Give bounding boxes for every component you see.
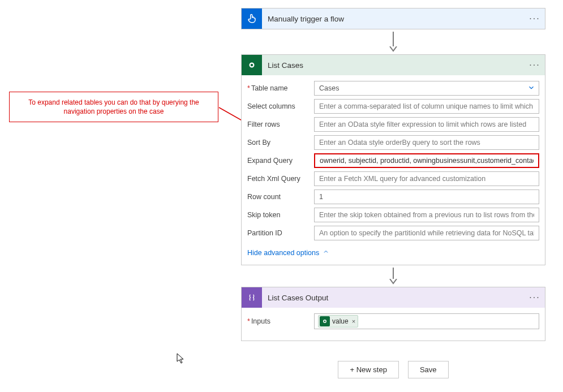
trigger-title: Manually trigger a flow [262, 8, 525, 29]
dataverse-icon [242, 55, 262, 75]
output-title: List Cases Output [262, 287, 525, 308]
filter-rows-input[interactable] [314, 117, 539, 132]
value-token[interactable]: value × [318, 315, 358, 328]
save-button[interactable]: Save [408, 361, 449, 378]
inputs-field[interactable]: value × [314, 313, 539, 329]
dataverse-icon [320, 316, 330, 326]
sort-by-label: Sort By [247, 139, 314, 147]
inputs-label: *Inputs [247, 317, 314, 325]
trigger-card[interactable]: Manually trigger a flow ··· [241, 8, 545, 29]
new-step-button[interactable]: + New step [338, 361, 398, 378]
adv-toggle-label: Hide advanced options [247, 249, 319, 257]
filter-rows-label: Filter rows [247, 120, 314, 128]
list-cases-title: List Cases [262, 55, 525, 75]
row-count-input[interactable] [314, 189, 539, 204]
expand-query-label: Expand Query [247, 157, 314, 165]
list-cases-output-card[interactable]: List Cases Output ··· *Inputs value × [241, 287, 545, 341]
partition-id-input[interactable] [314, 226, 539, 240]
table-name-label: *Table name [247, 84, 314, 92]
chevron-down-icon [527, 84, 535, 93]
flow-arrow [241, 268, 545, 285]
compose-icon [242, 287, 262, 308]
mouse-cursor-icon [177, 353, 186, 366]
touch-icon [242, 8, 262, 29]
annotation-callout: To expand related tables you can do that… [9, 92, 218, 122]
list-cases-menu-button[interactable]: ··· [525, 55, 545, 75]
annotation-text: To expand related tables you can do that… [28, 98, 199, 115]
expand-query-input[interactable] [314, 153, 539, 168]
partition-id-label: Partition ID [247, 229, 314, 237]
flow-arrow [241, 32, 545, 52]
skip-token-label: Skip token [247, 211, 314, 219]
row-count-label: Row count [247, 193, 314, 201]
hide-advanced-options-link[interactable]: Hide advanced options [247, 248, 329, 257]
token-label: value [332, 317, 349, 325]
chevron-up-icon [323, 248, 329, 257]
select-columns-input[interactable] [314, 99, 539, 114]
select-columns-label: Select columns [247, 102, 314, 110]
skip-token-input[interactable] [314, 208, 539, 222]
fetch-xml-label: Fetch Xml Query [247, 175, 314, 183]
trigger-menu-button[interactable]: ··· [525, 8, 545, 29]
fetch-xml-input[interactable] [314, 171, 539, 186]
sort-by-input[interactable] [314, 135, 539, 150]
output-menu-button[interactable]: ··· [525, 287, 545, 308]
table-name-select[interactable]: Cases [314, 81, 539, 96]
list-cases-card[interactable]: List Cases ··· *Table name Cases [241, 54, 545, 265]
table-name-value: Cases [319, 84, 339, 92]
token-remove-icon[interactable]: × [352, 318, 355, 325]
